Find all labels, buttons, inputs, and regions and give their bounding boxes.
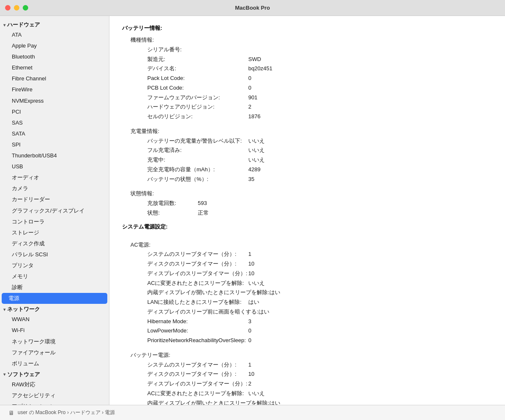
ac-display-dim-label: ディスプレイのスリープ前に画面を暗くする: <box>139 307 258 317</box>
device-name-value: bq20z451 <box>248 64 272 74</box>
ac-lan-wake-value: はい <box>248 298 259 307</box>
sidebar-item-firewire[interactable]: FireWire <box>0 84 109 95</box>
window-title: MacBook Pro <box>235 5 270 11</box>
ac-power-label: AC電源: <box>130 240 240 250</box>
ac-prioritize-value: 0 <box>248 336 251 346</box>
sidebar-item-diagnostics[interactable]: 診断 <box>0 282 109 293</box>
sidebar-item-graphics[interactable]: グラフィックス/ディスプレイ <box>0 205 109 216</box>
content-area: バッテリー情報: 機種情報: シリアル番号: 製造元: SWD デバイス名: b… <box>109 16 505 405</box>
condition-label: 状態: <box>139 208 198 218</box>
hardware-rev-label: ハードウェアのリビジョン: <box>139 102 248 112</box>
chevron-down-icon-network: ▾ <box>3 307 5 312</box>
model-info-label: 機種情報: <box>130 35 240 45</box>
full-capacity-value: 4289 <box>248 165 260 175</box>
sidebar-item-network-env[interactable]: ネットワーク環境 <box>0 336 109 347</box>
sidebar-item-nvmexpress[interactable]: NVMExpress <box>0 96 109 106</box>
ac-low-power-value: 0 <box>248 326 251 336</box>
sidebar-item-ethernet[interactable]: Ethernet <box>0 62 109 73</box>
maximize-button[interactable] <box>23 5 28 11</box>
ac-prevent-sleep-value: いいえ <box>248 279 265 288</box>
ac-prevent-sleep-row: ACに変更されたときにスリープを解除: いいえ <box>139 279 492 288</box>
bat-sys-sleep-value: 1 <box>248 360 251 370</box>
device-name-row: デバイス名: bq20z451 <box>139 64 492 74</box>
status-info-label: 状態情報: <box>130 189 240 199</box>
sidebar-item-printer[interactable]: プリンタ <box>0 260 109 271</box>
sidebar-group-software[interactable]: ▾ ソフトウェア <box>0 369 109 379</box>
full-charge-label: フル充電済み: <box>139 146 248 155</box>
charging-label: 充電中: <box>139 155 248 165</box>
sidebar-item-disk-create[interactable]: ディスク作成 <box>0 238 109 249</box>
ac-disk-sleep-label: ディスクのスリープタイマー（分）: <box>139 259 248 269</box>
ac-builtin-wake-value: はい <box>269 288 280 298</box>
sidebar-item-wwan[interactable]: WWAN <box>0 314 109 325</box>
sidebar-item-sata[interactable]: SATA <box>0 128 109 139</box>
sidebar-item-raw[interactable]: RAW対応 <box>0 379 109 390</box>
battery-power-details: システムのスリープタイマー（分）: 1 ディスクのスリープタイマー（分）: 10… <box>139 360 492 405</box>
battery-power-label: バッテリー電源: <box>130 351 240 360</box>
sidebar-item-spi[interactable]: SPI <box>0 139 109 150</box>
breadcrumb: user の MacBook Pro › ハードウェア › 電源 <box>18 409 115 416</box>
charge-info-details: バッテリーの充電量が警告レベル以下: いいえ フル充電済み: いいえ 充電中: … <box>139 136 492 184</box>
sidebar-group-network-label: ネットワーク <box>7 306 40 313</box>
manufacturer-row: 製造元: SWD <box>139 55 492 64</box>
minimize-button[interactable] <box>14 5 19 11</box>
charge-info-row: 充電量情報: <box>130 127 492 136</box>
status-info-row: 状態情報: <box>130 189 492 199</box>
sidebar-item-controller[interactable]: コントローラ <box>0 216 109 227</box>
sidebar-item-accessibility[interactable]: アクセシビリティ <box>0 390 109 401</box>
cell-rev-label: セルのリビジョン: <box>139 112 248 122</box>
status-info-details: 充放電回数: 593 状態: 正常 <box>139 199 492 218</box>
firmware-row: ファームウェアのバージョン: 901 <box>139 93 492 103</box>
sidebar-item-card-reader[interactable]: カードリーダー <box>0 194 109 205</box>
condition-value: 正常 <box>198 208 209 218</box>
ac-prioritize-label: PrioritizeNetworkReachabilityOverSleep: <box>139 336 248 346</box>
sidebar-item-memory[interactable]: メモリ <box>0 271 109 282</box>
sidebar-group-network[interactable]: ▾ ネットワーク <box>0 304 109 314</box>
ac-lan-wake-row: LANに接続したときにスリープを解除: はい <box>139 298 492 307</box>
sidebar-item-storage[interactable]: ストレージ <box>0 227 109 238</box>
sidebar-item-power[interactable]: 電源 <box>2 293 107 304</box>
titlebar: MacBook Pro <box>0 0 505 16</box>
sidebar-group-hardware[interactable]: ▾ ハードウェア <box>0 19 109 29</box>
sidebar-item-thunderbolt[interactable]: Thunderbolt/USB4 <box>0 150 109 161</box>
sidebar-item-parallel-scsi[interactable]: パラレル SCSI <box>0 249 109 260</box>
bat-prevent-sleep-label: ACに変更されたときにスリープを解除: <box>139 389 248 399</box>
sidebar-item-volume[interactable]: ボリューム <box>0 358 109 369</box>
model-info-section: 機種情報: シリアル番号: 製造元: SWD デバイス名: bq20z451 P… <box>130 35 492 218</box>
window-controls <box>5 5 28 11</box>
sidebar-item-apple-pay[interactable]: Apple Pay <box>0 40 109 51</box>
pcb-lot-row: PCB Lot Code: 0 <box>139 83 492 93</box>
sidebar-item-camera[interactable]: カメラ <box>0 183 109 194</box>
sidebar-group-hardware-label: ハードウェア <box>7 21 40 29</box>
breadcrumb-bar: 🖥 user の MacBook Pro › ハードウェア › 電源 <box>0 405 505 420</box>
sidebar-item-pci[interactable]: PCI <box>0 106 109 117</box>
ac-hibernate-value: 3 <box>248 317 251 327</box>
bat-display-sleep-label: ディスプレイのスリープタイマー（分）: <box>139 379 248 389</box>
full-charge-value: いいえ <box>248 146 265 155</box>
sidebar-item-firewall[interactable]: ファイアウォール <box>0 347 109 358</box>
pack-lot-label: Pack Lot Code: <box>139 74 248 83</box>
sidebar-item-audio[interactable]: オーディオ <box>0 172 109 183</box>
sidebar-item-bluetooth[interactable]: Bluetooth <box>0 51 109 62</box>
ac-lan-wake-label: LANに接続したときにスリープを解除: <box>139 298 248 307</box>
sidebar-item-fibre-channel[interactable]: Fibre Channel <box>0 73 109 84</box>
ac-hibernate-row: Hibernate Mode: 3 <box>139 317 492 327</box>
manufacturer-label: 製造元: <box>139 55 248 64</box>
cell-rev-row: セルのリビジョン: 1876 <box>139 112 492 122</box>
model-info-row: 機種情報: <box>130 35 492 45</box>
sidebar-item-wifi[interactable]: Wi-Fi <box>0 325 109 336</box>
ac-power-section: AC電源: システムのスリープタイマー（分）: 1 ディスクのスリープタイマー（… <box>130 240 492 405</box>
close-button[interactable] <box>5 5 11 11</box>
ac-display-dim-row: ディスプレイのスリープ前に画面を暗くする: はい <box>139 307 492 317</box>
sidebar-item-applications[interactable]: アプリケーション <box>0 401 109 405</box>
sidebar-item-sas[interactable]: SAS <box>0 117 109 128</box>
ac-prevent-sleep-label: ACに変更されたときにスリープを解除: <box>139 279 248 288</box>
sidebar-item-usb[interactable]: USB <box>0 161 109 172</box>
battery-warning-value: いいえ <box>248 136 265 146</box>
bat-disk-sleep-value: 10 <box>248 369 254 379</box>
bat-prevent-sleep-value: いいえ <box>248 389 265 399</box>
sidebar-item-ata[interactable]: ATA <box>0 29 109 40</box>
bat-display-sleep-value: 2 <box>248 379 251 389</box>
condition-row: 状態: 正常 <box>139 208 492 218</box>
cell-rev-value: 1876 <box>248 112 260 122</box>
